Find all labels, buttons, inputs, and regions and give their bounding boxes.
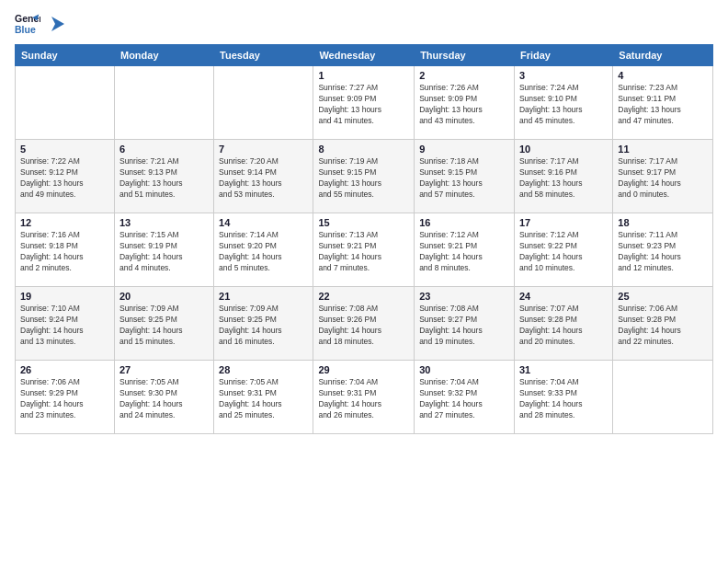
calendar-cell: 19Sunrise: 7:10 AM Sunset: 9:24 PM Dayli… (16, 287, 115, 361)
day-info: Sunrise: 7:04 AM Sunset: 9:31 PM Dayligh… (318, 377, 409, 421)
day-number: 26 (20, 364, 109, 375)
calendar-cell: 25Sunrise: 7:06 AM Sunset: 9:28 PM Dayli… (613, 287, 713, 361)
day-info: Sunrise: 7:09 AM Sunset: 9:25 PM Dayligh… (219, 304, 308, 348)
calendar-cell: 14Sunrise: 7:14 AM Sunset: 9:20 PM Dayli… (214, 213, 313, 287)
calendar-cell: 16Sunrise: 7:12 AM Sunset: 9:21 PM Dayli… (415, 213, 515, 287)
day-number: 16 (419, 217, 509, 228)
day-number: 12 (20, 217, 109, 228)
day-info: Sunrise: 7:11 AM Sunset: 9:23 PM Dayligh… (618, 230, 708, 274)
day-info: Sunrise: 7:19 AM Sunset: 9:15 PM Dayligh… (318, 156, 409, 201)
calendar-cell (613, 361, 713, 434)
day-number: 21 (219, 291, 308, 302)
calendar-cell: 28Sunrise: 7:05 AM Sunset: 9:31 PM Dayli… (214, 361, 313, 434)
day-info: Sunrise: 7:27 AM Sunset: 9:09 PM Dayligh… (318, 83, 409, 127)
day-number: 24 (519, 291, 608, 302)
day-info: Sunrise: 7:06 AM Sunset: 9:28 PM Dayligh… (618, 304, 708, 348)
day-info: Sunrise: 7:12 AM Sunset: 9:21 PM Dayligh… (419, 230, 509, 274)
calendar-table: SundayMondayTuesdayWednesdayThursdayFrid… (15, 44, 713, 434)
day-number: 18 (618, 217, 708, 228)
calendar-cell: 1Sunrise: 7:27 AM Sunset: 9:09 PM Daylig… (313, 66, 415, 140)
day-number: 23 (419, 291, 509, 302)
col-header-saturday: Saturday (613, 45, 713, 66)
logo-arrow-icon (48, 15, 66, 33)
day-number: 19 (20, 291, 109, 302)
calendar-cell: 17Sunrise: 7:12 AM Sunset: 9:22 PM Dayli… (514, 213, 612, 287)
calendar-week-3: 12Sunrise: 7:16 AM Sunset: 9:18 PM Dayli… (16, 213, 713, 287)
svg-text:Blue: Blue (15, 24, 36, 35)
day-info: Sunrise: 7:09 AM Sunset: 9:25 PM Dayligh… (119, 304, 209, 348)
day-number: 14 (219, 217, 308, 228)
calendar-cell: 20Sunrise: 7:09 AM Sunset: 9:25 PM Dayli… (114, 287, 213, 361)
day-number: 15 (318, 217, 409, 228)
calendar-cell: 23Sunrise: 7:08 AM Sunset: 9:27 PM Dayli… (415, 287, 515, 361)
day-info: Sunrise: 7:23 AM Sunset: 9:11 PM Dayligh… (618, 83, 708, 127)
day-info: Sunrise: 7:04 AM Sunset: 9:33 PM Dayligh… (519, 377, 608, 421)
day-info: Sunrise: 7:17 AM Sunset: 9:16 PM Dayligh… (519, 156, 608, 201)
day-number: 11 (618, 144, 708, 155)
calendar-cell: 12Sunrise: 7:16 AM Sunset: 9:18 PM Dayli… (16, 213, 115, 287)
day-number: 29 (318, 364, 409, 375)
header: General Blue (15, 11, 713, 37)
logo-icon: General Blue (15, 11, 40, 37)
day-info: Sunrise: 7:07 AM Sunset: 9:28 PM Dayligh… (519, 304, 608, 348)
day-number: 9 (419, 144, 509, 155)
logo: General Blue (15, 11, 66, 37)
calendar-cell: 2Sunrise: 7:26 AM Sunset: 9:09 PM Daylig… (415, 66, 515, 140)
calendar-cell: 24Sunrise: 7:07 AM Sunset: 9:28 PM Dayli… (514, 287, 612, 361)
day-info: Sunrise: 7:06 AM Sunset: 9:29 PM Dayligh… (20, 377, 109, 421)
calendar-cell (114, 66, 213, 140)
day-info: Sunrise: 7:16 AM Sunset: 9:18 PM Dayligh… (20, 230, 109, 274)
day-number: 8 (318, 144, 409, 155)
calendar-cell: 8Sunrise: 7:19 AM Sunset: 9:15 PM Daylig… (313, 140, 415, 213)
day-info: Sunrise: 7:21 AM Sunset: 9:13 PM Dayligh… (119, 156, 209, 201)
calendar-week-5: 26Sunrise: 7:06 AM Sunset: 9:29 PM Dayli… (16, 361, 713, 434)
day-number: 31 (519, 364, 608, 375)
day-info: Sunrise: 7:05 AM Sunset: 9:30 PM Dayligh… (119, 377, 209, 421)
calendar-cell: 21Sunrise: 7:09 AM Sunset: 9:25 PM Dayli… (214, 287, 313, 361)
day-number: 2 (419, 70, 509, 81)
day-info: Sunrise: 7:15 AM Sunset: 9:19 PM Dayligh… (119, 230, 209, 274)
day-number: 27 (119, 364, 209, 375)
calendar-cell: 31Sunrise: 7:04 AM Sunset: 9:33 PM Dayli… (514, 361, 612, 434)
day-number: 17 (519, 217, 608, 228)
col-header-sunday: Sunday (16, 45, 115, 66)
calendar-cell: 29Sunrise: 7:04 AM Sunset: 9:31 PM Dayli… (313, 361, 415, 434)
day-info: Sunrise: 7:26 AM Sunset: 9:09 PM Dayligh… (419, 83, 509, 127)
calendar-cell: 27Sunrise: 7:05 AM Sunset: 9:30 PM Dayli… (114, 361, 213, 434)
day-number: 25 (618, 291, 708, 302)
header-row: SundayMondayTuesdayWednesdayThursdayFrid… (16, 45, 713, 66)
day-info: Sunrise: 7:13 AM Sunset: 9:21 PM Dayligh… (318, 230, 409, 274)
calendar-cell: 13Sunrise: 7:15 AM Sunset: 9:19 PM Dayli… (114, 213, 213, 287)
calendar-cell: 10Sunrise: 7:17 AM Sunset: 9:16 PM Dayli… (514, 140, 612, 213)
col-header-wednesday: Wednesday (313, 45, 415, 66)
day-info: Sunrise: 7:08 AM Sunset: 9:26 PM Dayligh… (318, 304, 409, 348)
calendar-cell: 26Sunrise: 7:06 AM Sunset: 9:29 PM Dayli… (16, 361, 115, 434)
day-info: Sunrise: 7:05 AM Sunset: 9:31 PM Dayligh… (219, 377, 308, 421)
calendar-cell: 7Sunrise: 7:20 AM Sunset: 9:14 PM Daylig… (214, 140, 313, 213)
day-number: 28 (219, 364, 308, 375)
day-number: 5 (20, 144, 109, 155)
day-number: 22 (318, 291, 409, 302)
calendar-cell: 9Sunrise: 7:18 AM Sunset: 9:15 PM Daylig… (415, 140, 515, 213)
day-info: Sunrise: 7:18 AM Sunset: 9:15 PM Dayligh… (419, 156, 509, 201)
calendar-cell: 22Sunrise: 7:08 AM Sunset: 9:26 PM Dayli… (313, 287, 415, 361)
day-number: 6 (119, 144, 209, 155)
col-header-monday: Monday (114, 45, 213, 66)
calendar-cell: 3Sunrise: 7:24 AM Sunset: 9:10 PM Daylig… (514, 66, 612, 140)
calendar-cell: 6Sunrise: 7:21 AM Sunset: 9:13 PM Daylig… (114, 140, 213, 213)
day-number: 3 (519, 70, 608, 81)
calendar-week-4: 19Sunrise: 7:10 AM Sunset: 9:24 PM Dayli… (16, 287, 713, 361)
day-info: Sunrise: 7:08 AM Sunset: 9:27 PM Dayligh… (419, 304, 509, 348)
calendar-cell: 30Sunrise: 7:04 AM Sunset: 9:32 PM Dayli… (415, 361, 515, 434)
day-number: 10 (519, 144, 608, 155)
calendar-week-1: 1Sunrise: 7:27 AM Sunset: 9:09 PM Daylig… (16, 66, 713, 140)
calendar-cell (214, 66, 313, 140)
col-header-friday: Friday (514, 45, 612, 66)
day-info: Sunrise: 7:17 AM Sunset: 9:17 PM Dayligh… (618, 156, 708, 201)
calendar-cell: 18Sunrise: 7:11 AM Sunset: 9:23 PM Dayli… (613, 213, 713, 287)
day-number: 13 (119, 217, 209, 228)
day-info: Sunrise: 7:10 AM Sunset: 9:24 PM Dayligh… (20, 304, 109, 348)
day-number: 20 (119, 291, 209, 302)
col-header-tuesday: Tuesday (214, 45, 313, 66)
day-number: 30 (419, 364, 509, 375)
